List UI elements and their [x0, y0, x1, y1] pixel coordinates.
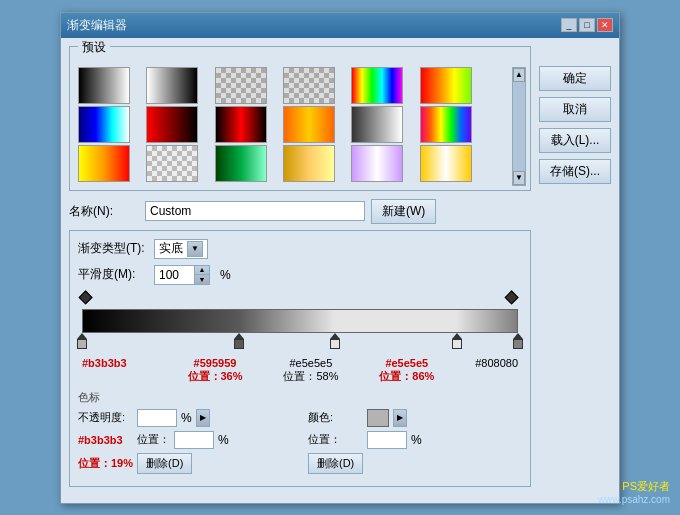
- opacity-stops-row: [82, 291, 518, 309]
- stop-0-hex: #b3b3b3: [82, 357, 127, 369]
- preset-rainbow[interactable]: [351, 67, 403, 104]
- smoothness-row: 平滑度(M): ▲ ▼ %: [78, 265, 522, 285]
- color-stop-58[interactable]: [330, 333, 340, 349]
- name-label: 名称(N):: [69, 203, 139, 220]
- opacity-pos-text: 位置：: [137, 432, 170, 447]
- preset-ocean[interactable]: [78, 106, 130, 143]
- smoothness-down-arrow[interactable]: ▼: [195, 275, 209, 284]
- stop-info-36: #595959 位置：36%: [188, 357, 243, 384]
- preset-green[interactable]: [215, 145, 267, 182]
- name-row: 名称(N): 新建(W): [69, 199, 531, 224]
- stop-info-58: #e5e5e5 位置：58%: [283, 357, 338, 384]
- scroll-track[interactable]: [513, 82, 525, 171]
- watermark-line2: www.psahz.com: [598, 494, 670, 505]
- opacity-label: 不透明度:: [78, 410, 133, 425]
- preset-checker2[interactable]: [283, 67, 335, 104]
- gradient-editor-section: 渐变类型(T): 实底 ▼ 平滑度(M): ▲ ▼: [69, 230, 531, 487]
- preset-gray-steps[interactable]: [351, 106, 403, 143]
- preset-yellow-white[interactable]: [420, 145, 472, 182]
- preset-0[interactable]: [78, 67, 130, 104]
- smoothness-arrows[interactable]: ▲ ▼: [194, 265, 210, 285]
- opacity-row: 不透明度: % ▶: [78, 409, 292, 427]
- opacity-input[interactable]: [137, 409, 177, 427]
- opacity-stop-left[interactable]: [82, 291, 92, 301]
- smoothness-unit: %: [220, 268, 231, 282]
- preset-checker[interactable]: [215, 67, 267, 104]
- select-arrow-icon[interactable]: ▼: [187, 241, 203, 257]
- preset-yellow-red[interactable]: [78, 145, 130, 182]
- opacity-pos-19-row: 位置：19% 删除(D): [78, 453, 292, 474]
- stop-36-hex: #595959: [188, 357, 243, 369]
- color-stop-36[interactable]: [234, 333, 244, 349]
- gradient-bar[interactable]: [82, 309, 518, 333]
- preset-gold[interactable]: [283, 145, 335, 182]
- opacity-col: 不透明度: % ▶ #b3b3b3 位置： %: [78, 409, 292, 478]
- stop-info-100: #808080: [475, 357, 518, 384]
- color-stop-0[interactable]: [77, 333, 87, 349]
- color-stop-86[interactable]: [452, 333, 462, 349]
- opacity-pos-unit: %: [218, 433, 229, 447]
- opacity-pos-input[interactable]: [174, 431, 214, 449]
- bottom-stop-controls: 不透明度: % ▶ #b3b3b3 位置： %: [78, 409, 522, 478]
- stop-86-pos: 位置：86%: [379, 369, 434, 384]
- action-buttons: 确定 取消 载入(L)... 存储(S)...: [539, 46, 611, 495]
- color-arrow-btn[interactable]: ▶: [393, 409, 407, 427]
- color-label: 颜色:: [308, 410, 363, 425]
- opacity-arrow-btn[interactable]: ▶: [196, 409, 210, 427]
- new-button[interactable]: 新建(W): [371, 199, 436, 224]
- name-input[interactable]: [145, 201, 365, 221]
- color-pos-unit: %: [411, 433, 422, 447]
- gradient-type-row: 渐变类型(T): 实底 ▼: [78, 239, 522, 259]
- watermark-line1: PS爱好者: [598, 479, 670, 494]
- preset-1[interactable]: [146, 67, 198, 104]
- gradient-type-label: 渐变类型(T):: [78, 240, 148, 257]
- opacity-delete-button[interactable]: 删除(D): [137, 453, 192, 474]
- window-title: 渐变编辑器: [67, 17, 127, 34]
- color-delete-button[interactable]: 删除(D): [308, 453, 363, 474]
- smoothness-input[interactable]: [154, 265, 194, 285]
- color-stops-row: [82, 333, 518, 355]
- opacity-pos-row: #b3b3b3 位置： %: [78, 431, 292, 449]
- color-swatch[interactable]: [367, 409, 389, 427]
- stop-100-hex: #808080: [475, 357, 518, 369]
- save-button[interactable]: 存储(S)...: [539, 159, 611, 184]
- ok-button[interactable]: 确定: [539, 66, 611, 91]
- presets-scrollbar[interactable]: ▲ ▼: [512, 67, 526, 186]
- gradient-bar-container: #b3b3b3 #595959 位置：36% #e5e5e5 位置：58%: [82, 291, 518, 384]
- smoothness-up-arrow[interactable]: ▲: [195, 266, 209, 275]
- close-button[interactable]: ✕: [597, 18, 613, 32]
- gradient-type-value: 实底: [159, 240, 183, 257]
- stop-86-hex: #e5e5e5: [379, 357, 434, 369]
- scroll-down-arrow[interactable]: ▼: [513, 171, 525, 185]
- color-pos-label: 位置：: [308, 432, 363, 447]
- opacity-stop-right[interactable]: [508, 291, 518, 301]
- stop-info-row: #b3b3b3 #595959 位置：36% #e5e5e5 位置：58%: [82, 357, 518, 384]
- presets-label: 预设: [78, 39, 110, 56]
- scroll-up-arrow[interactable]: ▲: [513, 68, 525, 82]
- preset-checker3[interactable]: [146, 145, 198, 182]
- preset-warm[interactable]: [420, 67, 472, 104]
- color-stop-100[interactable]: [513, 333, 523, 349]
- smoothness-input-wrap: ▲ ▼: [154, 265, 210, 285]
- presets-grid: [78, 67, 486, 182]
- opacity-unit: %: [181, 411, 192, 425]
- preset-purple-white[interactable]: [351, 145, 403, 182]
- stop-58-pos: 位置：58%: [283, 369, 338, 384]
- gradient-type-select[interactable]: 实底 ▼: [154, 239, 208, 259]
- opacity-pos-label: #b3b3b3: [78, 434, 133, 446]
- preset-spectrum[interactable]: [420, 106, 472, 143]
- stop-info-86: #e5e5e5 位置：86%: [379, 357, 434, 384]
- preset-black-red[interactable]: [215, 106, 267, 143]
- cancel-button[interactable]: 取消: [539, 97, 611, 122]
- color-pos-input[interactable]: [367, 431, 407, 449]
- preset-orange[interactable]: [283, 106, 335, 143]
- window-controls: _ □ ✕: [561, 18, 613, 32]
- load-button[interactable]: 载入(L)...: [539, 128, 611, 153]
- maximize-button[interactable]: □: [579, 18, 595, 32]
- smoothness-label: 平滑度(M):: [78, 266, 148, 283]
- preset-red-black[interactable]: [146, 106, 198, 143]
- color-row: 颜色: ▶: [308, 409, 522, 427]
- minimize-button[interactable]: _: [561, 18, 577, 32]
- color-pos-row: 位置： %: [308, 431, 522, 449]
- stop-info-0: #b3b3b3: [82, 357, 127, 384]
